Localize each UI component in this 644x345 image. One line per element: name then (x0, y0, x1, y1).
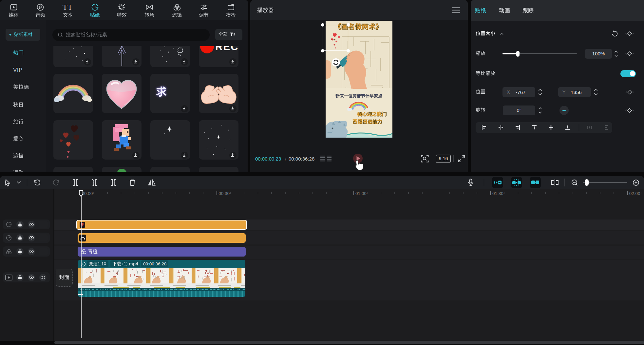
svg-text:I: I (69, 3, 71, 11)
svg-text:T: T (63, 3, 67, 11)
